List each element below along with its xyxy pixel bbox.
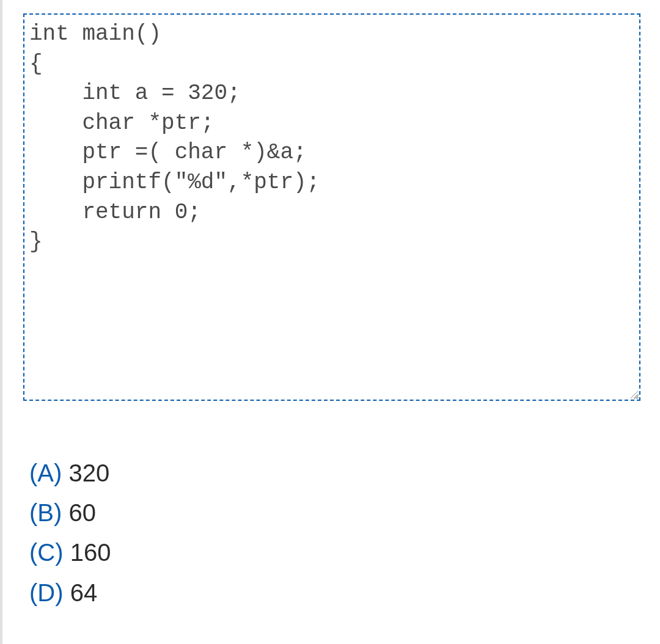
answers-list: (A) 320 (B) 60 (C) 160 (D) 64 — [29, 453, 111, 613]
svg-line-2 — [636, 397, 638, 398]
answer-text: 320 — [68, 459, 109, 486]
resize-handle-icon — [629, 390, 638, 398]
answer-option-a[interactable]: (A) 320 — [29, 453, 111, 493]
left-border — [0, 0, 2, 644]
code-line-1: int main() — [29, 21, 161, 46]
svg-line-0 — [631, 391, 638, 398]
code-line-2: { — [29, 51, 43, 76]
code-line-5: ptr =( char *)&a; — [29, 140, 307, 165]
code-line-7: return 0; — [29, 200, 201, 225]
svg-line-1 — [634, 394, 638, 398]
code-line-6: printf("%d",*ptr); — [29, 170, 320, 195]
answer-label: (D) — [29, 579, 64, 606]
answer-text: 60 — [68, 499, 96, 526]
answer-label: (A) — [29, 459, 62, 486]
code-block: int main() { int a = 320; char *ptr; ptr… — [23, 13, 640, 401]
code-line-3: int a = 320; — [29, 81, 241, 106]
code-line-8: } — [29, 229, 43, 254]
answer-text: 64 — [70, 579, 98, 606]
code-line-4: char *ptr; — [29, 111, 214, 136]
code-content: int main() { int a = 320; char *ptr; ptr… — [29, 20, 634, 257]
answer-option-d[interactable]: (D) 64 — [29, 573, 111, 613]
answer-option-c[interactable]: (C) 160 — [29, 533, 111, 573]
answer-label: (B) — [29, 499, 62, 526]
answer-option-b[interactable]: (B) 60 — [29, 493, 111, 533]
answer-text: 160 — [70, 539, 111, 566]
answer-label: (C) — [29, 539, 64, 566]
